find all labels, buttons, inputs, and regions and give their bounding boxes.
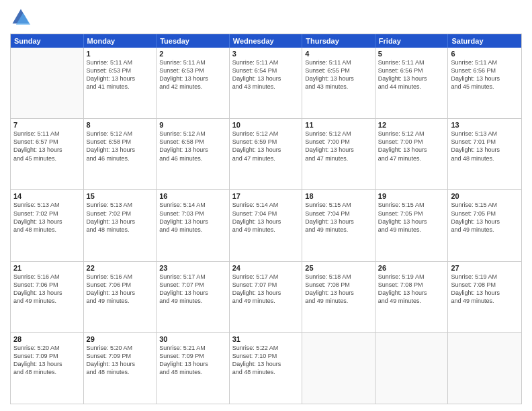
day-number: 30	[159, 335, 226, 343]
header-day-tuesday: Tuesday	[157, 34, 230, 48]
cell-line: and 48 minutes.	[13, 368, 81, 376]
day-cell-14: 14Sunrise: 5:13 AMSunset: 7:02 PMDayligh…	[11, 190, 84, 261]
cell-line: Sunrise: 5:17 AM	[159, 273, 226, 281]
day-cell-15: 15Sunrise: 5:13 AMSunset: 7:02 PMDayligh…	[84, 190, 157, 261]
cell-line: and 49 minutes.	[305, 297, 372, 305]
cell-line: Sunset: 7:09 PM	[87, 352, 154, 360]
cell-line: Sunrise: 5:11 AM	[87, 58, 154, 66]
cell-line: and 48 minutes.	[159, 368, 226, 376]
cell-line: Daylight: 13 hours	[87, 146, 154, 154]
page: SundayMondayTuesdayWednesdayThursdayFrid…	[0, 0, 532, 411]
cell-line: Sunset: 6:56 PM	[378, 66, 445, 75]
cell-line: Daylight: 13 hours	[305, 218, 372, 226]
week-row-2: 14Sunrise: 5:13 AMSunset: 7:02 PMDayligh…	[11, 189, 521, 261]
calendar-body: 1Sunrise: 5:11 AMSunset: 6:53 PMDaylight…	[11, 48, 521, 404]
day-number: 14	[13, 192, 81, 200]
logo-icon	[10, 7, 32, 28]
day-number: 7	[13, 121, 81, 129]
cell-line: Sunset: 7:09 PM	[13, 352, 81, 360]
cell-line: Daylight: 13 hours	[305, 289, 372, 297]
cell-line: Daylight: 13 hours	[232, 146, 300, 154]
empty-cell	[11, 48, 84, 118]
day-number: 18	[305, 192, 372, 200]
day-number: 29	[87, 335, 154, 343]
cell-line: and 42 minutes.	[159, 83, 226, 91]
header-day-sunday: Sunday	[11, 34, 84, 48]
cell-line: Daylight: 13 hours	[451, 289, 519, 297]
day-cell-5: 5Sunrise: 5:11 AMSunset: 6:56 PMDaylight…	[375, 48, 449, 118]
empty-cell	[448, 333, 521, 404]
cell-line: Daylight: 13 hours	[13, 289, 81, 297]
cell-line: Daylight: 13 hours	[305, 75, 372, 83]
day-cell-4: 4Sunrise: 5:11 AMSunset: 6:55 PMDaylight…	[302, 48, 375, 118]
cell-line: Daylight: 13 hours	[378, 289, 445, 297]
cell-line: and 45 minutes.	[13, 154, 81, 163]
day-number: 1	[87, 50, 154, 58]
day-number: 26	[378, 264, 445, 272]
cell-line: and 49 minutes.	[451, 297, 519, 305]
cell-line: and 49 minutes.	[451, 226, 519, 234]
day-number: 23	[159, 264, 226, 272]
cell-line: Sunset: 7:09 PM	[159, 352, 226, 360]
cell-line: Sunrise: 5:14 AM	[232, 201, 300, 209]
cell-line: Sunset: 7:05 PM	[451, 210, 519, 218]
cell-line: Sunrise: 5:13 AM	[87, 201, 154, 209]
cell-line: Daylight: 13 hours	[232, 289, 300, 297]
cell-line: and 46 minutes.	[159, 154, 226, 163]
week-row-1: 7Sunrise: 5:11 AMSunset: 6:57 PMDaylight…	[11, 118, 521, 189]
cell-line: Sunrise: 5:11 AM	[13, 130, 81, 138]
day-cell-24: 24Sunrise: 5:17 AMSunset: 7:07 PMDayligh…	[230, 262, 303, 332]
cell-line: Daylight: 13 hours	[159, 146, 226, 154]
logo	[10, 7, 34, 28]
day-cell-28: 28Sunrise: 5:20 AMSunset: 7:09 PMDayligh…	[11, 333, 84, 404]
day-cell-6: 6Sunrise: 5:11 AMSunset: 6:56 PMDaylight…	[448, 48, 521, 118]
cell-line: Daylight: 13 hours	[232, 75, 300, 83]
cell-line: Sunrise: 5:18 AM	[305, 273, 372, 281]
cell-line: Daylight: 13 hours	[87, 218, 154, 226]
day-cell-22: 22Sunrise: 5:16 AMSunset: 7:06 PMDayligh…	[84, 262, 157, 332]
cell-line: Sunset: 7:04 PM	[305, 210, 372, 218]
day-cell-10: 10Sunrise: 5:12 AMSunset: 6:59 PMDayligh…	[230, 119, 303, 189]
cell-line: Sunset: 7:06 PM	[87, 281, 154, 289]
cell-line: Daylight: 13 hours	[13, 218, 81, 226]
cell-line: Sunset: 6:55 PM	[305, 66, 372, 75]
cell-line: Daylight: 13 hours	[87, 289, 154, 297]
cell-line: Sunrise: 5:21 AM	[159, 344, 226, 352]
empty-cell	[302, 333, 375, 404]
cell-line: Daylight: 13 hours	[451, 75, 519, 83]
calendar: SundayMondayTuesdayWednesdayThursdayFrid…	[10, 34, 522, 404]
day-number: 4	[305, 50, 372, 58]
cell-line: Sunrise: 5:12 AM	[159, 130, 226, 138]
cell-line: Sunset: 7:00 PM	[378, 138, 445, 146]
cell-line: Sunset: 6:53 PM	[159, 66, 226, 75]
cell-line: and 48 minutes.	[232, 368, 300, 376]
header-day-saturday: Saturday	[448, 34, 521, 48]
cell-line: Sunset: 7:00 PM	[305, 138, 372, 146]
cell-line: Sunset: 7:07 PM	[159, 281, 226, 289]
cell-line: and 49 minutes.	[305, 226, 372, 234]
cell-line: Sunset: 7:08 PM	[451, 281, 519, 289]
cell-line: and 49 minutes.	[378, 297, 445, 305]
cell-line: Sunrise: 5:11 AM	[451, 58, 519, 66]
day-cell-25: 25Sunrise: 5:18 AMSunset: 7:08 PMDayligh…	[302, 262, 375, 332]
day-cell-17: 17Sunrise: 5:14 AMSunset: 7:04 PMDayligh…	[230, 190, 303, 261]
day-number: 22	[87, 264, 154, 272]
cell-line: Daylight: 13 hours	[378, 218, 445, 226]
cell-line: Daylight: 13 hours	[159, 75, 226, 83]
header-day-friday: Friday	[375, 34, 449, 48]
day-number: 17	[232, 192, 300, 200]
cell-line: Daylight: 13 hours	[378, 146, 445, 154]
cell-line: Daylight: 13 hours	[378, 75, 445, 83]
cell-line: Sunrise: 5:12 AM	[87, 130, 154, 138]
day-number: 6	[451, 50, 519, 58]
day-cell-8: 8Sunrise: 5:12 AMSunset: 6:58 PMDaylight…	[84, 119, 157, 189]
day-number: 28	[13, 335, 81, 343]
cell-line: Sunrise: 5:12 AM	[232, 130, 300, 138]
cell-line: Sunset: 6:54 PM	[232, 66, 300, 75]
cell-line: Sunrise: 5:13 AM	[13, 201, 81, 209]
cell-line: Daylight: 13 hours	[159, 289, 226, 297]
day-cell-11: 11Sunrise: 5:12 AMSunset: 7:00 PMDayligh…	[302, 119, 375, 189]
day-number: 15	[87, 192, 154, 200]
day-number: 2	[159, 50, 226, 58]
cell-line: Sunrise: 5:13 AM	[451, 130, 519, 138]
